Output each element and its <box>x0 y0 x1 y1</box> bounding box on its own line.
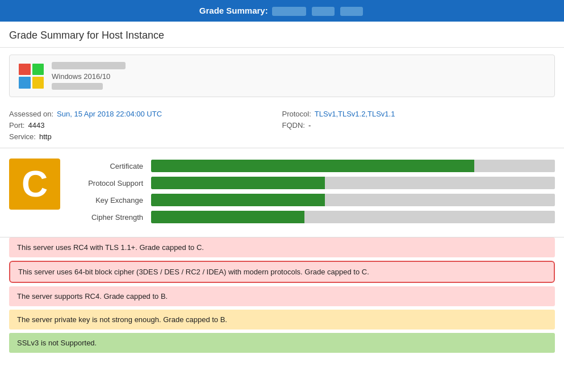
bar-label-0: Certificate <box>77 162 151 170</box>
fqdn-row: FQDN: - <box>282 121 555 130</box>
bar-fill-1 <box>151 177 325 189</box>
title-bar: Grade Summary: <box>0 0 564 22</box>
port-label: Port: <box>9 121 24 130</box>
grade-section: C Certificate Protocol Support Key Excha… <box>0 148 564 237</box>
message-4: SSLv3 is not Supported. <box>9 333 555 353</box>
assessed-on-row: Assessed on: Sun, 15 Apr 2018 22:04:00 U… <box>9 110 282 118</box>
bar-label-1: Protocol Support <box>77 179 151 187</box>
host-info: Windows 2016/10 <box>52 62 545 90</box>
message-2: The server supports RC4. Grade capped to… <box>9 286 555 306</box>
host-os: Windows 2016/10 <box>52 72 545 81</box>
fqdn-value: - <box>308 121 311 130</box>
message-0: This server uses RC4 with TLS 1.1+. Grad… <box>9 237 555 257</box>
page-title: Grade Summary for Host Instance <box>0 22 564 48</box>
details-section: Assessed on: Sun, 15 Apr 2018 22:04:00 U… <box>0 104 564 148</box>
bar-fill-2 <box>151 194 325 206</box>
assessed-on-value: Sun, 15 Apr 2018 22:04:00 UTC <box>57 110 162 118</box>
fqdn-label: FQDN: <box>282 121 305 130</box>
bar-track-3 <box>151 211 555 223</box>
bar-row-2: Key Exchange <box>77 194 555 206</box>
assessed-on-label: Assessed on: <box>9 110 53 118</box>
port-row: Port: 4443 <box>9 121 282 130</box>
grade-box: C <box>9 159 60 210</box>
bar-fill-3 <box>151 211 304 223</box>
service-row: Service: http <box>9 132 282 141</box>
service-value: http <box>39 132 52 141</box>
title-redacted-3 <box>340 7 363 16</box>
grade-letter: C <box>22 163 48 205</box>
port-value: 4443 <box>28 121 44 130</box>
bars-container: Certificate Protocol Support Key Exchang… <box>77 159 555 228</box>
service-label: Service: <box>9 132 36 141</box>
logo-tile-red <box>19 64 31 76</box>
host-ip-redacted <box>52 83 103 90</box>
host-card: Windows 2016/10 <box>9 55 555 97</box>
messages-section: This server uses RC4 with TLS 1.1+. Grad… <box>0 237 564 365</box>
bar-track-2 <box>151 194 555 206</box>
protocol-label: Protocol: <box>282 110 311 118</box>
bar-row-1: Protocol Support <box>77 177 555 189</box>
title-prefix: Grade Summary: <box>199 6 268 15</box>
protocol-value: TLSv1,TLSv1.2,TLSv1.1 <box>315 110 395 118</box>
bar-row-0: Certificate <box>77 160 555 172</box>
bar-track-1 <box>151 177 555 189</box>
protocol-row: Protocol: TLSv1,TLSv1.2,TLSv1.1 <box>282 110 555 118</box>
title-redacted-2 <box>312 7 335 16</box>
host-name-redacted <box>52 62 126 69</box>
logo-tile-yellow <box>32 77 44 89</box>
bar-fill-0 <box>151 160 474 172</box>
message-1: This server uses 64-bit block cipher (3D… <box>9 261 555 283</box>
logo-tile-blue <box>19 77 31 89</box>
windows-logo <box>19 64 44 89</box>
bar-label-3: Cipher Strength <box>77 213 151 222</box>
bar-row-3: Cipher Strength <box>77 211 555 223</box>
bar-track-0 <box>151 160 555 172</box>
logo-tile-green <box>32 64 44 76</box>
message-3: The server private key is not strong eno… <box>9 310 555 330</box>
title-redacted-1 <box>272 7 306 16</box>
bar-label-2: Key Exchange <box>77 196 151 205</box>
details-grid: Assessed on: Sun, 15 Apr 2018 22:04:00 U… <box>9 110 555 141</box>
